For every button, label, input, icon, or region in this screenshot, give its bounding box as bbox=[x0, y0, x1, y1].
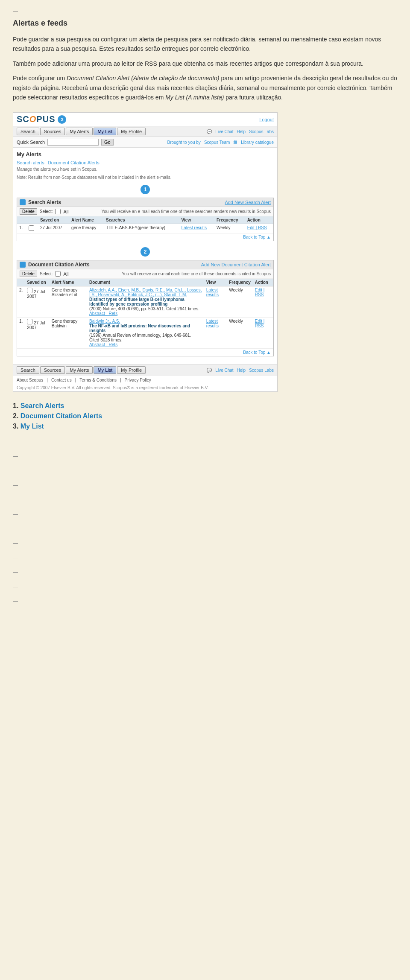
about-scopus-link[interactable]: About Scopus bbox=[17, 378, 43, 382]
dc-row2-view: Latest results bbox=[204, 318, 227, 349]
help-link[interactable]: Help bbox=[237, 129, 246, 134]
row-frequency: Weekly bbox=[214, 224, 245, 233]
callout1-badge: 1 bbox=[141, 185, 150, 194]
dc-latest-results-1[interactable]: Latest results bbox=[206, 288, 219, 297]
item2-num: 2. bbox=[13, 412, 18, 420]
scopus-labs-link[interactable]: Scopus Labs bbox=[249, 129, 274, 134]
dc-row1-authors[interactable]: Alizadeh, A.A., Eisen, M.B., Davis, R.E.… bbox=[89, 288, 202, 297]
quick-search-bar: Quick Search Go Brought to you by Scopus… bbox=[13, 137, 277, 148]
footer-my-profile-btn[interactable]: My Profile bbox=[117, 366, 146, 374]
nav-my-list-btn[interactable]: My List bbox=[94, 128, 116, 135]
dc-edit-rss-2[interactable]: Edit | RSS bbox=[255, 319, 265, 328]
row-view: Latest results bbox=[179, 224, 214, 233]
callout2-badge: 2 bbox=[141, 247, 150, 257]
dash1: — bbox=[13, 439, 397, 445]
dash12: — bbox=[13, 598, 397, 604]
dash9: — bbox=[13, 555, 397, 561]
row-saved-on: 27 Jul 2007 bbox=[38, 224, 69, 233]
footer-sources-btn[interactable]: Sources bbox=[40, 366, 65, 374]
back-to-top-1[interactable]: Back to Top ▲ bbox=[17, 233, 273, 241]
doc-citation-controls: Delete Select: All You will receive an e… bbox=[17, 269, 273, 279]
select-all-checkbox[interactable] bbox=[55, 209, 61, 214]
add-doc-citation-link[interactable]: Add New Document Citation Alert bbox=[201, 262, 271, 267]
all-label: All bbox=[63, 209, 68, 214]
dash3: — bbox=[13, 468, 397, 474]
footer-my-list-btn[interactable]: My List bbox=[94, 366, 116, 374]
doc-select-all-checkbox[interactable] bbox=[55, 271, 61, 277]
doc-citation-header: Document Citation Alerts Add New Documen… bbox=[17, 260, 273, 269]
nav-right: 💬 Live Chat Help Scopus Labs bbox=[207, 129, 274, 134]
callout2-container: 2 bbox=[17, 245, 274, 258]
dc-row2-num: 1. bbox=[17, 318, 25, 349]
dc-latest-results-2[interactable]: Latest results bbox=[206, 319, 219, 328]
footer-live-chat[interactable]: Live Chat bbox=[215, 368, 233, 373]
dc-row1-doc-title: Distinct types of diffuse large B-cell l… bbox=[89, 297, 202, 306]
search-alerts-table: Saved on Alert Name Searches View Freque… bbox=[17, 216, 273, 233]
logo-text: SCOPUS bbox=[17, 114, 55, 124]
footer-search-btn[interactable]: Search bbox=[17, 366, 39, 374]
callout1-container: 1 bbox=[17, 183, 274, 196]
edit-rss-link-1[interactable]: Edit | RSS bbox=[247, 225, 267, 230]
dash7: — bbox=[13, 526, 397, 532]
back-to-top-2[interactable]: Back to Top ▲ bbox=[17, 349, 273, 356]
dc-row1-abstract[interactable]: Abstract - Refs bbox=[89, 311, 202, 316]
dc-row1-checkbox[interactable] bbox=[27, 288, 32, 293]
logout-link[interactable]: Logout bbox=[259, 117, 274, 122]
list-item: 2. Document Citation Alerts bbox=[13, 412, 397, 420]
footer-scopus-labs[interactable]: Scopus Labs bbox=[249, 368, 274, 373]
footer-nav-left: Search Sources My Alerts My List My Prof… bbox=[17, 366, 146, 374]
dc-col-saved: Saved on bbox=[25, 279, 49, 286]
scopus-team-link[interactable]: Scopus Team bbox=[204, 140, 230, 145]
table-row: 1. 27 Jul 2007 gene therapy TITLE-ABS-KE… bbox=[17, 224, 273, 233]
doc-citation-alerts-link[interactable]: Document Citation Alerts bbox=[48, 160, 100, 165]
contact-link[interactable]: Contact us bbox=[51, 378, 72, 382]
dash4: — bbox=[13, 482, 397, 488]
live-chat-link[interactable]: Live Chat bbox=[215, 129, 233, 134]
row-checkbox[interactable] bbox=[29, 225, 34, 231]
dash5: — bbox=[13, 497, 397, 503]
search-alerts-link[interactable]: Search alerts bbox=[17, 160, 44, 165]
row-action: Edit | RSS bbox=[245, 224, 273, 233]
dc-row2-authors[interactable]: Baldwin Jr., A.S. bbox=[89, 319, 202, 324]
search-alerts-title: Search Alerts bbox=[28, 199, 61, 205]
doc-citation-delete-btn[interactable]: Delete bbox=[20, 271, 37, 277]
manage-note: Manage the alerts you have set in Scopus… bbox=[17, 167, 274, 172]
dc-row1-doc: Alizadeh, A.A., Eisen, M.B., Davis, R.E.… bbox=[87, 286, 204, 318]
dc-row1-num: 2. bbox=[17, 286, 25, 318]
sub-links: Search alerts Document Citation Alerts bbox=[17, 160, 274, 165]
latest-results-link-1[interactable]: Latest results bbox=[182, 225, 207, 230]
nav-sources-btn[interactable]: Sources bbox=[40, 128, 65, 135]
dc-edit-rss-1[interactable]: Edit | RSS bbox=[255, 288, 265, 297]
brought-by-text: Brought to you by bbox=[167, 140, 200, 145]
search-alerts-delete-btn[interactable]: Delete bbox=[20, 208, 37, 215]
go-button[interactable]: Go bbox=[101, 139, 114, 146]
doc-citation-icon bbox=[20, 262, 26, 268]
library-link[interactable]: Library catalogue bbox=[241, 140, 274, 145]
search-alerts-section: Search Alerts Add New Search Alert Delet… bbox=[17, 198, 274, 241]
doc-select-label: Select: bbox=[40, 271, 53, 276]
item1-num: 1. bbox=[13, 402, 18, 409]
select-label: Select: bbox=[40, 209, 53, 214]
page-content: My Alerts Search alerts Document Citatio… bbox=[13, 148, 277, 364]
terms-link[interactable]: Terms & Conditions bbox=[79, 378, 117, 382]
nav-bar: Search Sources My Alerts My List My Prof… bbox=[13, 126, 277, 137]
nav-my-profile-btn[interactable]: My Profile bbox=[117, 128, 146, 135]
dc-row2-abstract[interactable]: Abstract - Refs bbox=[89, 342, 202, 347]
item2-text: Document Citation Alerts bbox=[20, 412, 102, 420]
dc-row1-view: Latest results bbox=[204, 286, 227, 318]
add-search-alert-link[interactable]: Add New Search Alert bbox=[225, 200, 271, 205]
dc-row2-action: Edit | RSS bbox=[253, 318, 273, 349]
dc-row2-checkbox[interactable] bbox=[27, 319, 32, 324]
nav-search-btn[interactable]: Search bbox=[17, 128, 39, 135]
search-alerts-header: Search Alerts Add New Search Alert bbox=[17, 198, 273, 207]
scopus-logo: SCOPUS 3 bbox=[17, 114, 66, 124]
nav-my-alerts-btn[interactable]: My Alerts bbox=[66, 128, 93, 135]
privacy-link[interactable]: Privacy Policy bbox=[125, 378, 151, 382]
para3-italic2: My List (A minha lista) bbox=[165, 94, 224, 101]
col-searches: Searches bbox=[104, 216, 179, 224]
footer-my-alerts-btn[interactable]: My Alerts bbox=[66, 366, 93, 374]
footer-help[interactable]: Help bbox=[237, 368, 246, 373]
dc-row2-doc-title: The NF-κB and IκB proteins: New discover… bbox=[89, 324, 202, 333]
doc-citation-info: You will receive an e-mail each time one… bbox=[122, 271, 271, 276]
quick-search-input[interactable] bbox=[47, 139, 99, 146]
